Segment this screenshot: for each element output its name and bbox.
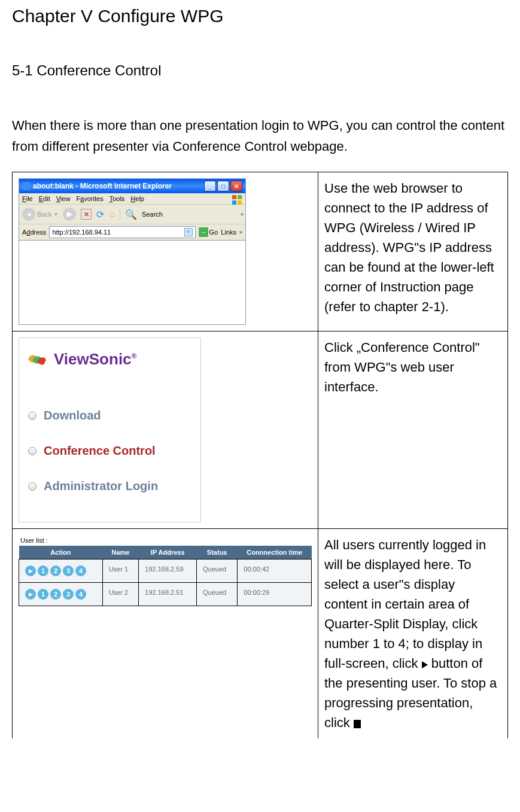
row2-description: Click „Conference Control" from WPG"s we… (318, 332, 508, 529)
search-label: Search (142, 211, 163, 218)
url-text: http://192.168.94.11 (52, 229, 111, 236)
menu-admin-login[interactable]: Administrator Login (28, 469, 191, 504)
num1-icon[interactable]: 1 (38, 565, 48, 576)
row2-image-cell: ViewSonic® Download Conference Control A… (13, 332, 318, 529)
toolbar-chevron-icon[interactable]: » (241, 211, 244, 217)
desc-part1: All users currently logged in will be di… (324, 537, 486, 671)
num1-icon[interactable]: 1 (38, 589, 48, 600)
ie-icon (22, 182, 31, 190)
section-title: 5-1 Conference Control (12, 62, 508, 79)
instruction-table: about:blank - Microsoft Internet Explore… (12, 172, 508, 738)
play-icon[interactable]: ▶ (25, 589, 36, 600)
num2-icon[interactable]: 2 (50, 565, 61, 576)
links-label[interactable]: Links (221, 229, 236, 236)
minimize-button[interactable]: _ (204, 181, 216, 191)
user-list-panel: User list : Action Name IP Address Statu… (19, 535, 312, 606)
search-icon[interactable]: 🔍 (125, 209, 137, 220)
links-chevron-icon[interactable]: » (239, 229, 242, 235)
browser-title-bar: about:blank - Microsoft Internet Explore… (19, 179, 245, 193)
maximize-button[interactable]: □ (217, 181, 229, 191)
row3-image-cell: User list : Action Name IP Address Statu… (13, 529, 318, 739)
user-table: Action Name IP Address Status Connnectio… (19, 546, 312, 606)
radio-icon (28, 447, 37, 455)
header-status: Status (197, 546, 238, 559)
chapter-title: Chapter V Configure WPG (12, 6, 508, 26)
row1-description: Use the web browser to connect to the IP… (318, 172, 508, 332)
header-action: Action (19, 546, 103, 559)
browser-menu-bar: File Edit View Favorites Tools Help (19, 193, 245, 205)
num4-icon[interactable]: 4 (75, 589, 86, 600)
viewsonic-text: ViewSonic® (54, 350, 136, 369)
svg-rect-0 (232, 195, 236, 199)
close-button[interactable]: ✕ (230, 181, 242, 191)
menu-conference-control[interactable]: Conference Control (28, 433, 191, 469)
go-label: Go (209, 229, 218, 236)
svg-rect-1 (238, 195, 242, 199)
back-button[interactable]: ◄ Back ▼ (22, 208, 58, 221)
header-ip: IP Address (139, 546, 197, 559)
menu-file[interactable]: File (22, 195, 33, 202)
cell-status: Queued (197, 559, 238, 583)
num3-icon[interactable]: 3 (63, 589, 74, 600)
radio-icon (28, 412, 37, 420)
cell-name: User 2 (102, 583, 139, 606)
cell-time: 00:00:29 (238, 583, 312, 606)
table-row: ▶ 1 2 3 4 User 1 192.168.2.59 Queued 00: (19, 559, 312, 583)
header-conn-time: Connnection time (238, 546, 312, 559)
address-bar: Address http://192.168.94.11 v → Go Link… (19, 224, 245, 241)
menu-edit[interactable]: Edit (39, 195, 50, 202)
radio-icon (28, 482, 37, 491)
viewsonic-menu: Download Conference Control Administrato… (19, 380, 200, 522)
browser-title: about:blank - Microsoft Internet Explore… (33, 182, 172, 190)
menu-download[interactable]: Download (28, 398, 191, 433)
birds-icon (25, 347, 49, 371)
address-label: Address (22, 229, 46, 236)
back-label: Back (37, 211, 51, 218)
go-button[interactable]: → Go (199, 227, 218, 237)
browser-toolbar: ◄ Back ▼ ► ✕ ⟳ ⌂ 🔍 Search » (19, 205, 245, 224)
cell-name: User 1 (102, 559, 139, 583)
address-input[interactable]: http://192.168.94.11 v (49, 226, 195, 238)
svg-rect-3 (238, 200, 242, 205)
svg-rect-2 (232, 200, 236, 205)
cell-ip: 192.168.2.51 (139, 583, 197, 606)
address-dropdown-icon[interactable]: v (184, 228, 193, 236)
num2-icon[interactable]: 2 (50, 589, 61, 600)
menu-help[interactable]: Help (130, 195, 144, 202)
play-icon[interactable]: ▶ (25, 565, 36, 576)
download-label: Download (44, 409, 101, 422)
viewsonic-panel: ViewSonic® Download Conference Control A… (19, 337, 201, 522)
intro-paragraph: When there is more than one presentation… (12, 115, 508, 157)
row3-description: All users currently logged in will be di… (318, 529, 508, 739)
home-icon[interactable]: ⌂ (109, 209, 115, 220)
conference-label: Conference Control (44, 444, 156, 458)
table-row: ▶ 1 2 3 4 User 2 192.168.2.51 Queued 00: (19, 583, 312, 606)
num4-icon[interactable]: 4 (75, 565, 86, 576)
viewsonic-logo: ViewSonic® (19, 338, 200, 380)
cell-ip: 192.168.2.59 (139, 559, 197, 583)
menu-favorites[interactable]: Favorites (76, 195, 103, 202)
stop-square-icon (354, 720, 361, 728)
play-triangle-icon (422, 661, 428, 668)
cell-status: Queued (197, 583, 238, 606)
browser-content-area (19, 241, 245, 324)
admin-label: Administrator Login (44, 479, 158, 493)
windows-flag-icon (232, 194, 242, 205)
menu-view[interactable]: View (56, 195, 71, 202)
cell-time: 00:00:42 (238, 559, 312, 583)
forward-button[interactable]: ► (63, 208, 76, 221)
header-name: Name (102, 546, 139, 559)
menu-tools[interactable]: Tools (110, 195, 125, 202)
refresh-icon[interactable]: ⟳ (96, 209, 104, 220)
browser-window: about:blank - Microsoft Internet Explore… (19, 178, 246, 325)
user-list-label: User list : (19, 535, 312, 546)
row1-image-cell: about:blank - Microsoft Internet Explore… (13, 172, 318, 332)
stop-button[interactable]: ✕ (81, 209, 92, 220)
num3-icon[interactable]: 3 (63, 565, 74, 576)
